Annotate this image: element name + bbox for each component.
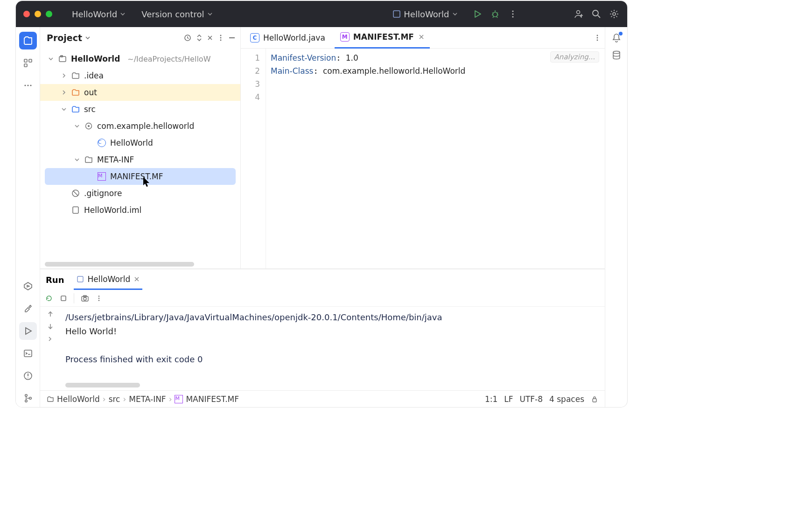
project-dropdown[interactable]: HelloWorld — [72, 9, 126, 19]
folder-source-icon — [71, 105, 80, 114]
close-window-button[interactable] — [23, 11, 30, 17]
tree-node-out[interactable]: out — [40, 84, 240, 101]
package-icon — [84, 121, 93, 131]
svg-point-7 — [613, 13, 616, 15]
git-tool-button[interactable] — [19, 389, 37, 407]
code-value: 1.0 — [346, 53, 358, 63]
more-actions-button[interactable] — [507, 8, 518, 20]
database-tool-button[interactable] — [612, 50, 621, 60]
rerun-button[interactable] — [45, 294, 53, 303]
more-tool-button[interactable] — [19, 77, 37, 94]
tool-window-options-button[interactable] — [217, 34, 224, 42]
tab-label: MANIFEST.MF — [353, 32, 414, 42]
editor-content[interactable]: Manifest-Version: 1.0 Main-Class: com.ex… — [266, 49, 605, 268]
tree-node-idea[interactable]: .idea — [40, 67, 240, 84]
editor-tab-java[interactable]: C HelloWorld.java — [245, 27, 331, 49]
more-button[interactable] — [96, 295, 102, 302]
structure-tool-button[interactable] — [19, 54, 37, 72]
breadcrumb[interactable]: HelloWorld › src › META-INF › M MANIFEST… — [47, 394, 239, 404]
chevron-right-icon: › — [123, 394, 126, 404]
editor[interactable]: 1 2 3 4 Manifest-Version: 1.0 Main-Class… — [241, 49, 605, 268]
run-tab[interactable]: HelloWorld — [74, 269, 143, 290]
horizontal-scrollbar[interactable] — [45, 262, 194, 267]
window-controls — [23, 11, 52, 17]
maximize-window-button[interactable] — [46, 11, 52, 17]
project-header: Project — [40, 27, 240, 49]
project-view-selector[interactable]: Project — [47, 33, 91, 43]
folder-excluded-icon — [71, 88, 80, 97]
soft-wrap-button[interactable] — [47, 335, 54, 341]
titlebar: HelloWorld Version control HelloWorld — [16, 1, 627, 27]
screenshot-button[interactable] — [81, 294, 89, 303]
tree-node-metainf[interactable]: META-INF — [40, 151, 240, 168]
tree-node-package[interactable]: com.example.helloworld — [40, 118, 240, 134]
chevron-down-icon[interactable] — [74, 156, 80, 163]
scroll-up-button[interactable] — [47, 310, 54, 318]
svg-point-11 — [24, 84, 26, 86]
notifications-button[interactable] — [611, 33, 622, 43]
search-everywhere-button[interactable] — [591, 8, 602, 20]
folder-icon — [84, 155, 93, 164]
vcs-dropdown[interactable]: Version control — [141, 9, 212, 19]
tree-node-iml[interactable]: HelloWorld.iml — [40, 202, 240, 218]
project-pane: Project HelloW — [40, 27, 241, 268]
collapse-all-button[interactable] — [207, 35, 213, 41]
services-tool-button[interactable] — [19, 277, 37, 295]
minimize-window-button[interactable] — [35, 11, 41, 17]
code-with-me-button[interactable] — [573, 8, 584, 20]
build-tool-button[interactable] — [19, 300, 37, 317]
svg-rect-33 — [61, 296, 66, 301]
class-icon: C — [250, 33, 259, 42]
chevron-down-icon[interactable] — [74, 123, 80, 129]
tree-label: src — [84, 105, 96, 114]
chevron-right-icon[interactable] — [61, 89, 67, 96]
hide-tool-window-button[interactable] — [228, 34, 236, 42]
run-button[interactable] — [472, 8, 483, 20]
chevron-right-icon: › — [103, 394, 106, 404]
settings-button[interactable] — [609, 8, 620, 20]
run-tool-button[interactable] — [19, 322, 37, 340]
close-tab-button[interactable] — [419, 34, 424, 40]
folder-icon — [47, 395, 54, 403]
tree-node-gitignore[interactable]: .gitignore — [40, 185, 240, 202]
chevron-right-icon[interactable] — [61, 72, 67, 79]
tree-node-class[interactable]: C HelloWorld — [40, 134, 240, 151]
project-tree[interactable]: HelloWorld ~/IdeaProjects/HelloW .idea o… — [40, 49, 240, 261]
left-tool-stripe — [16, 27, 40, 407]
scroll-down-button[interactable] — [47, 323, 54, 330]
select-opened-file-button[interactable] — [183, 34, 192, 42]
run-config-dropdown[interactable]: HelloWorld — [392, 9, 457, 19]
status-indent[interactable]: 4 spaces — [549, 394, 584, 404]
tree-node-src[interactable]: src — [40, 101, 240, 118]
chevron-down-icon[interactable] — [48, 56, 54, 62]
terminal-tool-button[interactable] — [19, 345, 37, 362]
svg-point-41 — [613, 51, 620, 54]
line-number: 2 — [241, 64, 260, 77]
vcs-label: Version control — [141, 9, 204, 19]
code-value: com.example.helloworld.HelloWorld — [323, 66, 465, 76]
stop-button[interactable] — [60, 295, 67, 302]
status-encoding[interactable]: UTF-8 — [519, 394, 543, 404]
chevron-down-icon — [85, 35, 91, 41]
status-line-sep[interactable]: LF — [504, 394, 513, 404]
editor-options-button[interactable] — [594, 34, 601, 42]
svg-point-4 — [512, 16, 513, 17]
run-tab-label: HelloWorld — [88, 275, 131, 284]
expand-all-button[interactable] — [196, 34, 203, 42]
crumb-label: src — [109, 394, 120, 404]
debug-button[interactable] — [490, 8, 501, 20]
readonly-toggle[interactable] — [591, 395, 598, 403]
close-tab-button[interactable] — [134, 276, 140, 282]
project-tool-button[interactable] — [19, 32, 37, 49]
tree-root[interactable]: HelloWorld ~/IdeaProjects/HelloW — [40, 50, 240, 67]
chevron-down-icon[interactable] — [61, 106, 67, 113]
line-number: 1 — [241, 51, 260, 64]
horizontal-scrollbar[interactable] — [65, 383, 140, 387]
tree-label: HelloWorld — [110, 138, 153, 148]
editor-tab-manifest[interactable]: M MANIFEST.MF — [335, 27, 430, 49]
problems-tool-button[interactable] — [19, 367, 37, 385]
status-caret-pos[interactable]: 1:1 — [485, 394, 497, 404]
run-console[interactable]: /Users/jetbrains/Library/Java/JavaVirtua… — [61, 307, 605, 390]
tree-node-manifest[interactable]: M MANIFEST.MF — [45, 168, 236, 185]
svg-rect-28 — [73, 207, 78, 213]
